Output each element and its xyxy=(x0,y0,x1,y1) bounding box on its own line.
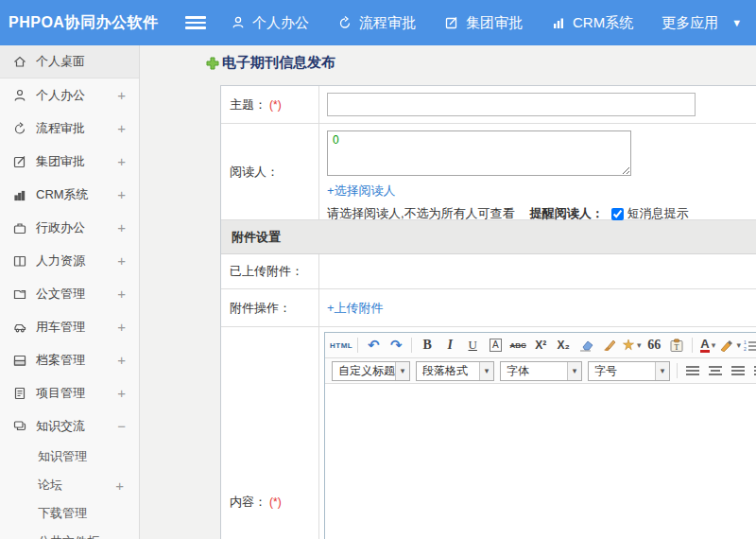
remind-readers-label: 提醒阅读人： xyxy=(530,205,604,222)
clear-format-button[interactable]: ▾ xyxy=(621,335,642,356)
sidebar: 个人桌面 个人办公 + 流程审批 + 集团审批 + CRM系统 + 行政办公 +… xyxy=(0,45,140,539)
home-icon xyxy=(12,54,27,69)
eraser-button[interactable] xyxy=(576,335,596,356)
superscript-button[interactable]: X² xyxy=(530,335,551,356)
ordered-list-button[interactable]: 12▾ xyxy=(743,335,756,356)
edit-icon xyxy=(444,15,459,30)
chevron-down-icon: ▾ xyxy=(567,362,581,380)
bar-chart-icon xyxy=(12,187,27,202)
sms-reminder-checkbox[interactable] xyxy=(611,208,624,220)
expand-plus-icon[interactable]: + xyxy=(117,219,126,235)
nav-more-apps[interactable]: 更多应用 xyxy=(662,14,718,32)
align-center-button[interactable] xyxy=(705,360,726,381)
expand-plus-icon[interactable]: + xyxy=(117,286,126,302)
nav-personal-office[interactable]: 个人办公 xyxy=(231,14,309,32)
format-painter-button[interactable] xyxy=(598,335,619,356)
select-readers-link[interactable]: +选择阅读人 xyxy=(327,183,396,198)
sidebar-item-personal-desktop[interactable]: 个人桌面 xyxy=(0,45,139,78)
sidebar-item-workflow-approval[interactable]: 流程审批 + xyxy=(0,112,139,145)
upload-attachment-link[interactable]: +上传附件 xyxy=(327,300,384,317)
font-family-select[interactable]: 字体 ▾ xyxy=(500,361,582,381)
heading-select[interactable]: 自定义标题 ▾ xyxy=(332,361,410,381)
nav-workflow-approval[interactable]: 流程审批 xyxy=(337,14,416,32)
briefcase-icon xyxy=(12,220,27,235)
nav-crm-system[interactable]: CRM系统 xyxy=(551,14,633,32)
subject-input[interactable] xyxy=(327,93,696,116)
sidebar-item-personal-office[interactable]: 个人办公 + xyxy=(0,78,139,112)
readers-note: 请选择阅读人,不选为所有人可查看 提醒阅读人： 短消息提示 xyxy=(327,205,756,222)
readers-label: 阅读人： xyxy=(221,124,319,219)
paragraph-format-select[interactable]: 段落格式 ▾ xyxy=(416,361,494,381)
chevron-down-icon: ▾ xyxy=(712,340,716,350)
editor-content-area[interactable] xyxy=(325,384,756,539)
sidebar-item-group-approval[interactable]: 集团审批 + xyxy=(0,145,139,178)
nav-group-approval[interactable]: 集团审批 xyxy=(444,14,523,32)
subscript-button[interactable]: X₂ xyxy=(553,335,574,356)
underline-button[interactable]: U xyxy=(462,335,483,356)
readers-textarea[interactable]: 0 xyxy=(327,130,631,176)
sms-reminder-label: 短消息提示 xyxy=(627,205,689,222)
expand-plus-icon[interactable]: + xyxy=(117,352,126,368)
sidebar-subitem-public-file-cabinet[interactable]: 公共文件柜 xyxy=(0,528,139,539)
rich-text-editor: HTML ↶ ↷ B I U A ABC X² X₂ ▾ xyxy=(324,332,756,539)
workflow-icon xyxy=(12,121,27,136)
sidebar-item-vehicle-management[interactable]: 用车管理 + xyxy=(0,310,139,343)
sidebar-item-human-resources[interactable]: 人力资源 + xyxy=(0,244,139,277)
sidebar-subitem-forum[interactable]: 论坛 + xyxy=(0,471,139,499)
workflow-icon xyxy=(337,15,352,30)
align-justify-button[interactable] xyxy=(750,360,756,381)
expand-plus-icon[interactable]: + xyxy=(117,87,126,103)
expand-plus-icon[interactable]: + xyxy=(117,319,126,335)
required-mark: (*) xyxy=(269,496,282,509)
page-title: 电子期刊信息发布 xyxy=(206,54,335,72)
sidebar-item-crm-system[interactable]: CRM系统 + xyxy=(0,178,139,211)
expand-plus-icon[interactable]: + xyxy=(117,186,126,202)
sidebar-item-archive-management[interactable]: 档案管理 + xyxy=(0,343,139,376)
hamburger-menu-icon[interactable] xyxy=(185,16,206,29)
subject-label: 主题：(*) xyxy=(221,86,319,123)
publish-form: 主题：(*) 阅读人： 0 +选择阅读人 请选择阅读人,不选为所有人可查看 提醒… xyxy=(220,85,756,539)
svg-text:1: 1 xyxy=(744,339,747,345)
editor-toolbar-row1: HTML ↶ ↷ B I U A ABC X² X₂ ▾ xyxy=(325,333,756,358)
paste-text-button[interactable]: T xyxy=(666,335,687,356)
chevron-down-icon: ▾ xyxy=(736,340,741,350)
redo-button[interactable]: ↷ xyxy=(386,335,406,356)
expand-plus-icon[interactable]: + xyxy=(115,478,124,494)
expand-plus-icon[interactable]: + xyxy=(117,385,126,401)
expand-plus-icon[interactable]: + xyxy=(117,153,126,169)
subject-row: 主题：(*) xyxy=(221,86,756,124)
uploaded-attachments-value xyxy=(319,254,756,288)
html-source-button[interactable]: HTML xyxy=(330,335,352,356)
sidebar-subitem-knowledge-management[interactable]: 知识管理 xyxy=(0,443,139,471)
chevron-down-icon[interactable]: ▼ xyxy=(731,17,742,28)
attachment-operation-row: 附件操作： +上传附件 xyxy=(221,289,756,327)
collapse-minus-icon[interactable]: − xyxy=(117,418,126,434)
undo-button[interactable]: ↶ xyxy=(363,335,384,356)
expand-plus-icon[interactable]: + xyxy=(117,252,126,269)
sidebar-item-knowledge-exchange[interactable]: 知识交流 − xyxy=(0,409,139,443)
book-icon xyxy=(12,253,27,269)
sidebar-item-document-management[interactable]: 公文管理 + xyxy=(0,277,139,310)
chevron-down-icon: ▾ xyxy=(655,362,669,380)
blockquote-button[interactable]: 66 xyxy=(644,335,664,356)
font-size-select[interactable]: 字号 ▾ xyxy=(588,361,670,381)
font-style-button[interactable]: A xyxy=(485,335,506,356)
italic-button[interactable]: I xyxy=(439,335,460,356)
expand-plus-icon[interactable]: + xyxy=(117,120,126,136)
chevron-down-icon: ▾ xyxy=(637,340,642,350)
green-plus-icon xyxy=(206,57,219,70)
svg-text:2: 2 xyxy=(744,346,747,352)
sidebar-item-admin-office[interactable]: 行政办公 + xyxy=(0,211,139,244)
svg-text:T: T xyxy=(675,342,679,351)
sidebar-subitem-download-management[interactable]: 下载管理 xyxy=(0,499,139,528)
bold-button[interactable]: B xyxy=(417,335,438,356)
align-left-button[interactable] xyxy=(682,360,703,381)
font-color-button[interactable]: A▾ xyxy=(697,335,718,356)
strikethrough-button[interactable]: ABC xyxy=(507,335,528,356)
align-right-button[interactable] xyxy=(728,360,748,381)
highlight-color-button[interactable]: ▾ xyxy=(720,335,741,356)
sidebar-item-project-management[interactable]: 项目管理 + xyxy=(0,376,139,409)
folder-icon xyxy=(12,287,27,302)
app-title: PHPOA协同办公软件 xyxy=(0,13,185,33)
main-content: 电子期刊信息发布 主题：(*) 阅读人： 0 +选择阅读人 请选择阅读人, xyxy=(141,45,756,539)
